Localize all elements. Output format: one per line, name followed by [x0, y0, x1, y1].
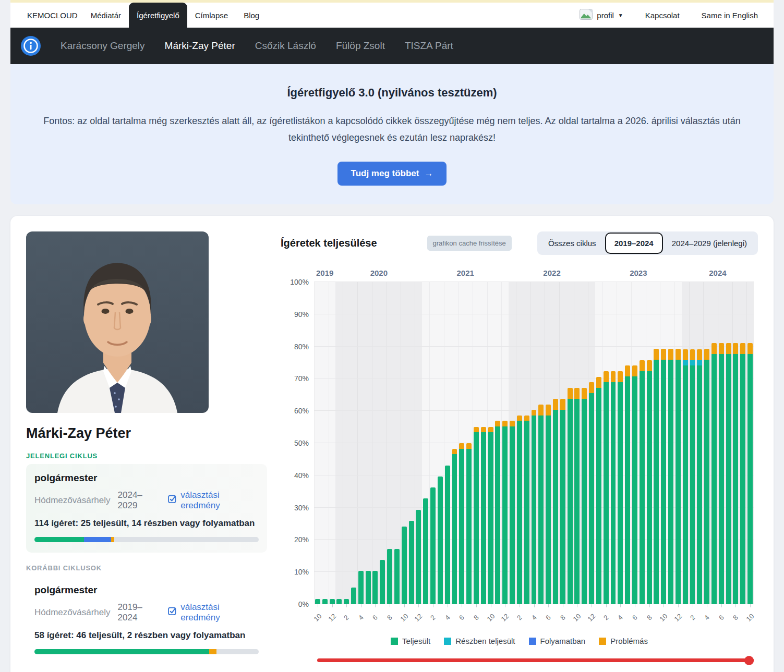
- chart-bar[interactable]: [387, 282, 392, 604]
- tab-cimlapse[interactable]: Címlapse: [187, 3, 236, 28]
- chart-bar[interactable]: [719, 282, 724, 604]
- chart-bar[interactable]: [330, 282, 335, 604]
- tab-all-cycles[interactable]: Összes ciklus: [541, 235, 603, 252]
- chart-bar[interactable]: [733, 282, 738, 604]
- chart-bar[interactable]: [366, 282, 371, 604]
- legend-item-teljesült[interactable]: Teljesült: [391, 637, 430, 645]
- chart-bar[interactable]: [488, 282, 493, 604]
- tab-blog[interactable]: Blog: [236, 3, 267, 28]
- legend-item-részben-teljesült[interactable]: Részben teljesült: [444, 637, 515, 645]
- refresh-cache-button[interactable]: grafikon cache frissítése: [427, 236, 512, 251]
- election-result-link[interactable]: választási eredmény: [168, 490, 259, 511]
- chart-bar[interactable]: [553, 282, 558, 604]
- chart-bar[interactable]: [618, 282, 623, 604]
- chart-bar[interactable]: [697, 282, 702, 604]
- chart-bar[interactable]: [474, 282, 479, 604]
- brand-kemocloud[interactable]: KEMOCLOUD: [22, 3, 83, 28]
- chart-bar[interactable]: [524, 282, 529, 604]
- time-slider-track[interactable]: [317, 658, 754, 662]
- language-link[interactable]: Same in English: [702, 11, 758, 20]
- person-link-markizay[interactable]: Márki-Zay Péter: [165, 40, 235, 52]
- chart-bar[interactable]: [344, 282, 349, 604]
- chart-bar[interactable]: [596, 282, 601, 604]
- x-axis-tick: [346, 604, 347, 607]
- bar-segment-problémás: [488, 427, 493, 433]
- person-link-fulop[interactable]: Fülöp Zsolt: [336, 40, 385, 52]
- y-axis-label: 0%: [281, 600, 309, 608]
- chart-bar[interactable]: [632, 282, 637, 604]
- chart-bar[interactable]: [502, 282, 508, 604]
- profile-menu[interactable]: profil ▼: [580, 9, 623, 21]
- chart-bar[interactable]: [438, 282, 443, 604]
- chart-bar[interactable]: [668, 282, 673, 604]
- chart-bar[interactable]: [560, 282, 565, 604]
- chart-bar[interactable]: [517, 282, 522, 604]
- bar-segment-problémás: [661, 349, 666, 360]
- chart-bar[interactable]: [546, 282, 551, 604]
- info-icon[interactable]: [21, 36, 41, 56]
- chart-bar[interactable]: [740, 282, 745, 604]
- chart-bar[interactable]: [747, 282, 753, 604]
- chart-bar[interactable]: [538, 282, 544, 604]
- person-link-karacsony[interactable]: Karácsony Gergely: [61, 40, 145, 52]
- chart-bar[interactable]: [711, 282, 717, 604]
- chart-bar[interactable]: [604, 282, 609, 604]
- chart-bar[interactable]: [380, 282, 385, 604]
- chart-bar[interactable]: [532, 282, 537, 604]
- chart-bar[interactable]: [336, 282, 342, 604]
- chart-bar[interactable]: [416, 282, 421, 604]
- chart-bar[interactable]: [611, 282, 616, 604]
- chart-bar[interactable]: [568, 282, 573, 604]
- bar-segment-teljesült: [611, 382, 616, 604]
- chart-bar[interactable]: [409, 282, 414, 604]
- kapcsolat-link[interactable]: Kapcsolat: [645, 11, 680, 20]
- tab-2024-2029[interactable]: 2024–2029 (jelenlegi): [665, 235, 754, 252]
- chart-bar[interactable]: [647, 282, 652, 604]
- person-link-tisza[interactable]: TISZA Párt: [405, 40, 453, 52]
- chart-bar[interactable]: [452, 282, 457, 604]
- chart-bar[interactable]: [445, 282, 450, 604]
- chart-bar[interactable]: [589, 282, 594, 604]
- election-result-label: választási eredmény: [180, 490, 259, 511]
- chart-bar[interactable]: [690, 282, 695, 604]
- tab-mediatar[interactable]: Médiatár: [83, 3, 129, 28]
- person-link-csozik[interactable]: Csőzik László: [255, 40, 316, 52]
- chart-bar[interactable]: [683, 282, 688, 604]
- election-result-link[interactable]: választási eredmény: [168, 602, 259, 623]
- chart-bar[interactable]: [459, 282, 464, 604]
- chart-bar[interactable]: [661, 282, 666, 604]
- time-slider[interactable]: [317, 656, 754, 665]
- chart-bar[interactable]: [582, 282, 587, 604]
- chart-bar[interactable]: [510, 282, 515, 604]
- x-axis-tick: [678, 604, 679, 607]
- chart-bar[interactable]: [351, 282, 356, 604]
- chart-bar[interactable]: [430, 282, 436, 604]
- chart-bar[interactable]: [640, 282, 645, 604]
- tab-2019-2024[interactable]: 2019–2024: [605, 233, 663, 254]
- chart-bar[interactable]: [495, 282, 500, 604]
- chart-bar[interactable]: [726, 282, 731, 604]
- bar-segment-problémás: [683, 349, 688, 360]
- legend-item-folyamatban[interactable]: Folyamatban: [529, 637, 586, 645]
- chart-bar[interactable]: [402, 282, 407, 604]
- chart-bar[interactable]: [372, 282, 378, 604]
- legend-item-problémás[interactable]: Problémás: [599, 637, 648, 645]
- x-axis-label: 10: [396, 609, 413, 626]
- chart-bar[interactable]: [394, 282, 400, 604]
- current-cycle-label: JELENLEGI CIKLUS: [26, 452, 267, 460]
- chart-bar[interactable]: [574, 282, 580, 604]
- chart-bar[interactable]: [423, 282, 428, 604]
- learn-more-button[interactable]: Tudj meg többet →: [337, 162, 447, 186]
- time-slider-handle[interactable]: [744, 656, 754, 665]
- chart-bar[interactable]: [466, 282, 472, 604]
- chart-bar[interactable]: [322, 282, 328, 604]
- chart-bar[interactable]: [315, 282, 320, 604]
- position-title: polgármester: [34, 584, 259, 596]
- chart-bar[interactable]: [481, 282, 486, 604]
- chart-bar[interactable]: [625, 282, 630, 604]
- chart-bar[interactable]: [704, 282, 709, 604]
- tab-igeretfigyelo[interactable]: Ígéretfigyelő: [129, 3, 187, 28]
- chart-bar[interactable]: [358, 282, 364, 604]
- chart-bar[interactable]: [676, 282, 681, 604]
- chart-bar[interactable]: [654, 282, 659, 604]
